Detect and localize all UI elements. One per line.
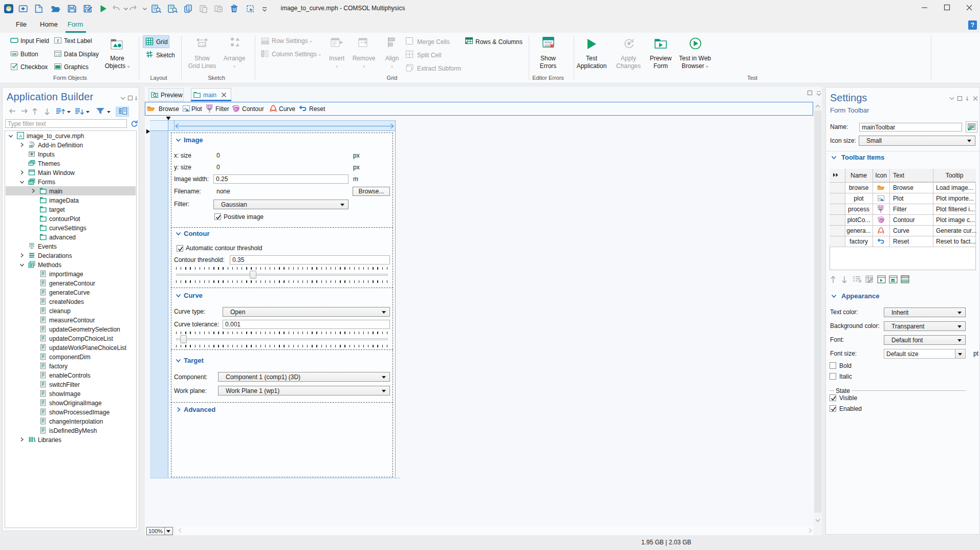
svg-text:T: T bbox=[56, 38, 59, 43]
svg-text:1.23: 1.23 bbox=[199, 43, 205, 47]
svg-text:1.23: 1.23 bbox=[55, 53, 61, 56]
svg-text:A: A bbox=[19, 134, 22, 139]
svg-text:OK: OK bbox=[12, 53, 17, 56]
